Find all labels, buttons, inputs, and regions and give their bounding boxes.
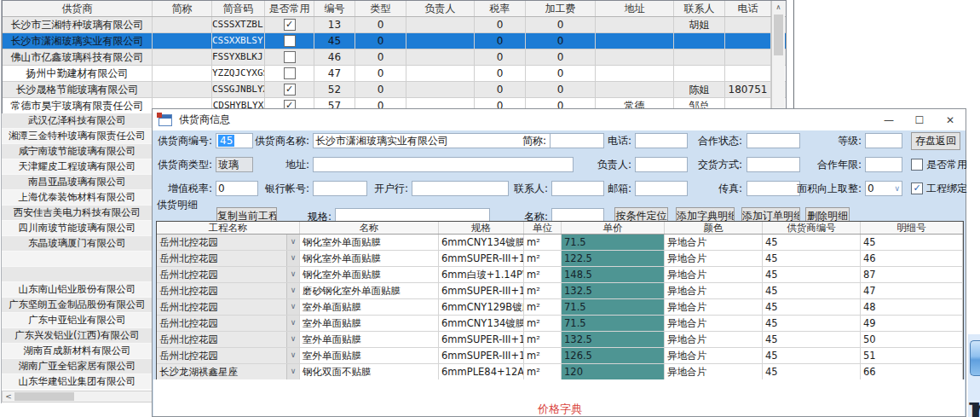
column-header[interactable]: 联系人 xyxy=(674,1,725,16)
checkbox-icon[interactable]: ✓ xyxy=(284,19,296,31)
detail-cell-detail-no[interactable]: 46 xyxy=(861,251,963,266)
detail-row[interactable]: 岳州北控花园∨室外单面贴膜6mmSUPER-III+12A(硅...m²126.… xyxy=(157,348,963,364)
detail-cell-color[interactable]: 异地合片 xyxy=(665,251,763,266)
detail-cell-color[interactable]: 异地合片 xyxy=(665,364,763,379)
list-item[interactable]: 广东坚朗五金制品股份有限公司 xyxy=(2,298,153,313)
detail-cell-unit[interactable]: m² xyxy=(524,251,562,266)
chevron-down-icon[interactable]: ∨ xyxy=(894,182,900,195)
cell-no[interactable]: 45 xyxy=(314,33,355,49)
chevron-down-icon[interactable]: ∨ xyxy=(286,251,299,266)
cell-address[interactable] xyxy=(596,66,674,81)
detail-cell-price[interactable]: 122.5 xyxy=(562,251,665,266)
cell-tax[interactable]: 0 xyxy=(475,82,526,97)
cell-code[interactable]: FSSYXBLKJ.. xyxy=(212,49,265,65)
cell-manager[interactable] xyxy=(406,33,475,49)
detail-cell-unit[interactable]: m² xyxy=(524,316,562,331)
cell-address[interactable] xyxy=(596,17,674,32)
bank-input[interactable] xyxy=(412,181,509,196)
detail-cell-name[interactable]: 钢化室外单面贴膜 xyxy=(300,267,439,282)
cell-tax[interactable]: 0 xyxy=(475,66,526,81)
detail-column-header[interactable]: 供货商编号 xyxy=(763,222,861,234)
detail-cell-spec[interactable]: 6mmSUPER-III+12A(硅... xyxy=(439,283,524,298)
cell-manager[interactable] xyxy=(406,17,475,32)
cell-type[interactable]: 0 xyxy=(355,33,406,49)
detail-cell-detail-no[interactable]: 66 xyxy=(861,364,963,379)
detail-row[interactable]: 岳州北控花园∨室外单面贴膜6mmSUPER-III+12A(硅...m²132.… xyxy=(157,332,963,348)
detail-cell-supplier-no[interactable]: 45 xyxy=(763,332,861,347)
cell-no[interactable]: 47 xyxy=(314,66,355,81)
list-item[interactable]: 湖南广亚全铝家居有限公司 xyxy=(2,359,153,374)
chevron-down-icon[interactable]: ∨ xyxy=(286,283,299,298)
cell-type[interactable]: 0 xyxy=(355,82,406,97)
minimize-button[interactable]: — xyxy=(873,109,904,130)
detail-cell-spec[interactable]: 6mmCNY129B镀膜钢化 xyxy=(439,299,524,315)
cell-no[interactable]: 46 xyxy=(314,49,355,65)
table-row[interactable]: 长沙市三湘特种玻璃有限公司CSSSXTZBL..✓13000胡姐 xyxy=(3,17,786,33)
project-bind-checkbox[interactable]: ✓工程绑定 xyxy=(911,181,967,196)
detail-column-header[interactable]: 颜色 xyxy=(665,222,763,234)
grade-input[interactable] xyxy=(865,133,902,148)
bank-account-input[interactable] xyxy=(313,181,367,196)
detail-cell-color[interactable]: 异地合片 xyxy=(665,267,763,282)
detail-cell-detail-no[interactable]: 50 xyxy=(861,332,963,347)
manager-input[interactable] xyxy=(635,157,688,172)
save-return-button[interactable]: 存盘返回 xyxy=(911,132,960,150)
detail-cell-supplier-no[interactable]: 45 xyxy=(763,299,861,315)
cell-supplier[interactable]: 长沙市三湘特种玻璃有限公司 xyxy=(3,17,153,32)
detail-cell-supplier-no[interactable]: 45 xyxy=(763,235,861,250)
detail-cell-detail-no[interactable]: 48 xyxy=(861,299,963,315)
detail-cell-detail-no[interactable]: 45 xyxy=(861,235,963,250)
email-input[interactable] xyxy=(635,181,688,196)
cell-fee[interactable]: 0 xyxy=(526,17,596,32)
detail-cell-unit[interactable]: m² xyxy=(524,283,562,298)
chevron-down-icon[interactable]: ∨ xyxy=(286,267,299,282)
dialog-titlebar[interactable]: 供货商信息 — ☐ ✕ xyxy=(153,109,966,130)
detail-row[interactable]: 岳州北控花园∨钢化室外单面贴膜6mmSUPER-III+12A(硅...m²12… xyxy=(157,251,963,267)
cell-common[interactable]: ✓ xyxy=(265,17,314,32)
detail-cell-name[interactable]: 室外单面贴膜 xyxy=(300,348,439,363)
detail-cell-project[interactable]: 岳州北控花园∨ xyxy=(157,316,300,331)
cell-type[interactable]: 0 xyxy=(355,66,406,81)
table-row[interactable]: 佛山市亿鑫玻璃科技有限公司FSSYXBLKJ..46000 xyxy=(3,49,786,66)
detail-cell-supplier-no[interactable]: 45 xyxy=(763,267,861,282)
detail-cell-price[interactable]: 148.5 xyxy=(562,267,665,282)
cell-phone[interactable]: 180751 xyxy=(725,82,771,97)
cell-supplier[interactable]: 长沙晟格节能玻璃有限公司 xyxy=(3,82,153,97)
checkbox-icon[interactable]: ✓ xyxy=(284,84,296,96)
detail-column-header[interactable]: 工程名称 xyxy=(157,222,300,234)
column-header[interactable]: 编号 xyxy=(314,1,355,16)
cell-abbr[interactable] xyxy=(153,49,212,65)
cell-type[interactable]: 0 xyxy=(355,49,406,65)
scroll-up-icon[interactable]: ∧ xyxy=(772,1,785,14)
chevron-down-icon[interactable]: ∨ xyxy=(286,299,299,315)
detail-cell-name[interactable]: 钢化室外单面贴膜 xyxy=(300,235,439,250)
cell-contact[interactable]: 胡姐 xyxy=(674,17,725,32)
list-item[interactable]: 四川南玻节能玻璃有限公司 xyxy=(2,221,153,236)
detail-cell-price[interactable]: 71.5 xyxy=(562,235,665,250)
detail-cell-unit[interactable]: m² xyxy=(524,299,562,315)
detail-row[interactable]: 岳州北控花园∨室外单面贴膜6mmCNY134镀膜钢化m²71.5异地合片4549 xyxy=(157,316,963,332)
common-use-checkbox[interactable]: 是否常用 xyxy=(911,157,967,172)
list-item[interactable]: 南昌亚晶玻璃有限公司 xyxy=(2,175,153,190)
phone-input[interactable] xyxy=(635,133,688,148)
column-header[interactable]: 负责人 xyxy=(406,1,475,16)
cell-contact[interactable] xyxy=(674,33,725,49)
cell-tax[interactable]: 0 xyxy=(475,33,526,49)
cell-fee[interactable]: 0 xyxy=(526,49,596,65)
detail-cell-price[interactable]: 71.5 xyxy=(562,316,665,331)
supplier-type-input[interactable]: 玻璃 xyxy=(216,157,253,172)
round-up-combo[interactable]: ∨0 xyxy=(865,181,902,196)
detail-cell-unit[interactable]: m² xyxy=(524,267,562,282)
cell-code[interactable]: CSSSXTZBL.. xyxy=(212,17,265,32)
detail-cell-spec[interactable]: 6mmCNY134镀膜钢化 xyxy=(439,235,524,250)
coop-status-input[interactable] xyxy=(747,133,800,148)
list-item[interactable]: 广东兴发铝业(江西)有限公司 xyxy=(2,328,153,344)
cell-code[interactable]: CSSXXBLSY.. xyxy=(212,33,265,49)
detail-column-header[interactable]: 名称 xyxy=(300,222,439,234)
checkbox-icon[interactable] xyxy=(284,51,296,63)
list-item[interactable] xyxy=(2,267,153,282)
cell-abbr[interactable] xyxy=(153,82,212,97)
detail-cell-spec[interactable]: 6mm白玻+1.14PVB+6mm... xyxy=(439,267,524,282)
table-row[interactable]: 长沙晟格节能玻璃有限公司CSSGJNBLYXGS✓52000陈姐180751 xyxy=(3,82,786,98)
detail-cell-detail-no[interactable]: 49 xyxy=(861,316,963,331)
